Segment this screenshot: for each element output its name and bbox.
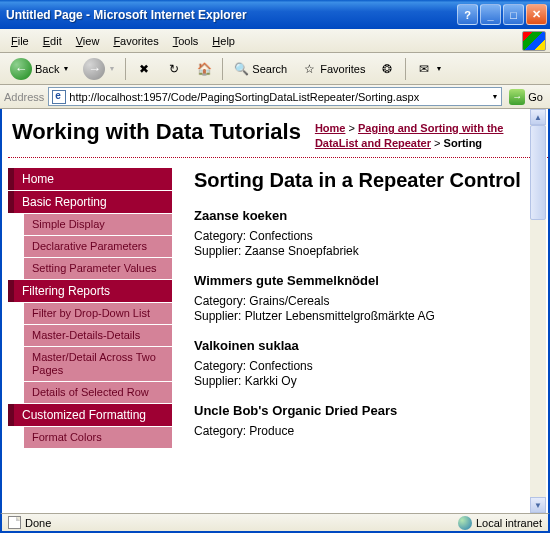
nav-item-master-detail-two-pages[interactable]: Master/Detail Across Two Pages	[24, 347, 172, 381]
refresh-button[interactable]: ↻	[160, 58, 188, 80]
nav-item-master-details-details[interactable]: Master-Details-Details	[24, 325, 172, 346]
product-item: Valkoinen suklaa Category: Confections S…	[194, 338, 538, 389]
search-icon: 🔍	[233, 61, 249, 77]
main-content: Sorting Data in a Repeater Control Zaans…	[172, 168, 548, 508]
address-url: http://localhost:1957/Code/PagingSorting…	[69, 91, 419, 103]
stop-button[interactable]: ✖	[130, 58, 158, 80]
mail-icon: ✉	[416, 61, 432, 77]
product-name: Zaanse koeken	[194, 208, 538, 223]
back-label: Back	[35, 63, 59, 75]
back-button[interactable]: ← Back ▼	[4, 55, 75, 83]
product-name: Valkoinen suklaa	[194, 338, 538, 353]
minimize-button[interactable]: _	[480, 4, 501, 25]
address-input[interactable]: http://localhost:1957/Code/PagingSorting…	[48, 87, 502, 106]
breadcrumb-home-link[interactable]: Home	[315, 122, 346, 134]
toolbar-separator	[405, 58, 406, 80]
product-category: Category: Confections	[194, 359, 538, 374]
forward-arrow-icon: →	[83, 58, 105, 80]
scroll-thumb[interactable]	[530, 125, 546, 220]
nav-cat-filtering-reports[interactable]: Filtering Reports	[8, 280, 172, 302]
breadcrumb-current: Sorting	[444, 137, 483, 149]
window-buttons: ? _ □ ✕	[457, 4, 547, 25]
menu-bar: File Edit View Favorites Tools Help	[0, 29, 550, 53]
product-item: Zaanse koeken Category: Confections Supp…	[194, 208, 538, 259]
document-icon	[8, 516, 21, 529]
sidebar-nav: Home Basic Reporting Simple Display Decl…	[8, 168, 172, 508]
product-category: Category: Produce	[194, 424, 538, 439]
chevron-down-icon[interactable]: ▼	[491, 93, 498, 100]
page-icon	[52, 90, 66, 104]
mail-button[interactable]: ✉▼	[410, 58, 448, 80]
status-text: Done	[25, 517, 51, 529]
maximize-button[interactable]: □	[503, 4, 524, 25]
refresh-icon: ↻	[166, 61, 182, 77]
go-arrow-icon: →	[509, 89, 525, 105]
nav-item-format-colors[interactable]: Format Colors	[24, 427, 172, 448]
forward-button[interactable]: → ▼	[77, 55, 121, 83]
nav-cat-basic-reporting[interactable]: Basic Reporting	[8, 191, 172, 213]
menu-tools[interactable]: Tools	[166, 32, 206, 50]
nav-cat-customized-formatting[interactable]: Customized Formatting	[8, 404, 172, 426]
browser-viewport: Working with Data Tutorials Home > Pagin…	[0, 109, 550, 513]
toolbar: ← Back ▼ → ▼ ✖ ↻ 🏠 🔍 Search ☆ Favorites …	[0, 53, 550, 85]
product-category: Category: Grains/Cereals	[194, 294, 538, 309]
nav-item-declarative-parameters[interactable]: Declarative Parameters	[24, 236, 172, 257]
zone-icon	[458, 516, 472, 530]
address-bar: Address http://localhost:1957/Code/Pagin…	[0, 85, 550, 109]
search-button[interactable]: 🔍 Search	[227, 58, 293, 80]
toolbar-separator	[222, 58, 223, 80]
toolbar-separator	[125, 58, 126, 80]
menu-view[interactable]: View	[69, 32, 107, 50]
menu-file[interactable]: File	[4, 32, 36, 50]
breadcrumb: Home > Paging and Sorting with the DataL…	[315, 119, 538, 151]
nav-item-filter-dropdown[interactable]: Filter by Drop-Down List	[24, 303, 172, 324]
favorites-label: Favorites	[320, 63, 365, 75]
product-supplier: Supplier: Plutzer Lebensmittelgroßmärkte…	[194, 309, 538, 324]
product-category: Category: Confections	[194, 229, 538, 244]
windows-flag-icon	[522, 31, 546, 51]
media-button[interactable]: ❂	[373, 58, 401, 80]
star-icon: ☆	[301, 61, 317, 77]
favorites-button[interactable]: ☆ Favorites	[295, 58, 371, 80]
status-bar: Done Local intranet	[0, 513, 550, 533]
home-icon: 🏠	[196, 61, 212, 77]
menu-help[interactable]: Help	[205, 32, 242, 50]
search-label: Search	[252, 63, 287, 75]
nav-item-simple-display[interactable]: Simple Display	[24, 214, 172, 235]
home-button[interactable]: 🏠	[190, 58, 218, 80]
go-label: Go	[528, 91, 543, 103]
media-icon: ❂	[379, 61, 395, 77]
nav-cat-home[interactable]: Home	[8, 168, 172, 190]
chevron-down-icon: ▼	[108, 65, 115, 72]
vertical-scrollbar[interactable]: ▲ ▼	[530, 109, 546, 513]
window-title: Untitled Page - Microsoft Internet Explo…	[6, 8, 457, 22]
scroll-up-button[interactable]: ▲	[530, 109, 546, 125]
window-titlebar: Untitled Page - Microsoft Internet Explo…	[0, 0, 550, 29]
scroll-track[interactable]	[530, 125, 546, 497]
menu-edit[interactable]: Edit	[36, 32, 69, 50]
product-name: Wimmers gute Semmelknödel	[194, 273, 538, 288]
nav-item-setting-parameter-values[interactable]: Setting Parameter Values	[24, 258, 172, 279]
page-header: Working with Data Tutorials Home > Pagin…	[8, 115, 548, 158]
product-supplier: Supplier: Karkki Oy	[194, 374, 538, 389]
close-button[interactable]: ✕	[526, 4, 547, 25]
content-heading: Sorting Data in a Repeater Control	[194, 168, 538, 192]
breadcrumb-sep: >	[349, 122, 355, 134]
page-title: Working with Data Tutorials	[12, 119, 315, 145]
scroll-down-button[interactable]: ▼	[530, 497, 546, 513]
product-supplier: Supplier: Zaanse Snoepfabriek	[194, 244, 538, 259]
breadcrumb-sep: >	[434, 137, 440, 149]
zone-text: Local intranet	[476, 517, 542, 529]
chevron-down-icon: ▼	[62, 65, 69, 72]
product-name: Uncle Bob's Organic Dried Pears	[194, 403, 538, 418]
chevron-down-icon: ▼	[435, 65, 442, 72]
go-button[interactable]: → Go	[506, 88, 546, 106]
menu-favorites[interactable]: Favorites	[106, 32, 165, 50]
nav-item-details-selected-row[interactable]: Details of Selected Row	[24, 382, 172, 403]
product-item: Uncle Bob's Organic Dried Pears Category…	[194, 403, 538, 439]
stop-icon: ✖	[136, 61, 152, 77]
product-item: Wimmers gute Semmelknödel Category: Grai…	[194, 273, 538, 324]
help-button[interactable]: ?	[457, 4, 478, 25]
back-arrow-icon: ←	[10, 58, 32, 80]
address-label: Address	[4, 91, 44, 103]
